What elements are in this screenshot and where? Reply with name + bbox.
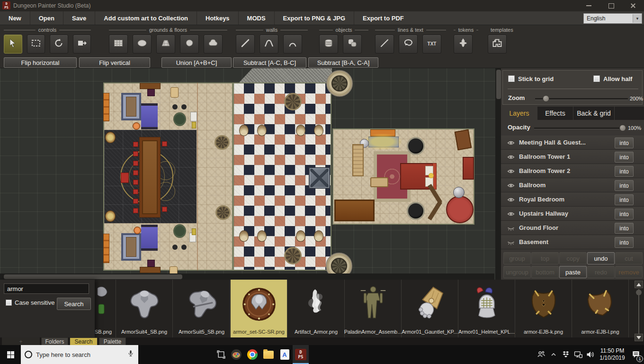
taskbar-app-paint[interactable] <box>228 345 244 364</box>
tool-token[interactable] <box>454 35 473 54</box>
menu-add-custom-art[interactable]: Add custom art to Collection <box>95 11 197 25</box>
tab-search[interactable]: Search <box>70 337 98 345</box>
taskbar-clock[interactable]: 11:50 PM 1/10/2019 <box>597 347 628 362</box>
eye-open-icon[interactable] <box>507 182 515 191</box>
opacity-slider-knob[interactable] <box>619 125 626 131</box>
layer-row[interactable]: Upstairs Hallway into <box>501 207 644 221</box>
tool-ground-cloud[interactable] <box>204 35 223 54</box>
asset-item[interactable]: armor-EJB-k.png <box>515 280 572 337</box>
into-button[interactable]: into <box>615 209 634 219</box>
tab-folders[interactable]: Folders <box>41 337 68 345</box>
taskbar-app-doc[interactable]: A <box>277 345 293 364</box>
layer-row[interactable]: Ballroom Tower 2 into <box>501 164 644 178</box>
asset-item[interactable]: armor-EJB-l.png <box>572 280 629 337</box>
flip-vertical-button[interactable]: Flip vertical <box>79 57 150 68</box>
eye-open-icon[interactable] <box>507 168 515 177</box>
tab-back-grid[interactable]: Back & grid <box>573 107 615 120</box>
layer-row[interactable]: Meeting Hall & Guest... into <box>501 136 644 150</box>
asset-item[interactable]: PaladinArmor_Assemb... <box>345 280 402 337</box>
tool-text[interactable]: TXT <box>422 35 441 54</box>
union-button[interactable]: Union [A+B+C] <box>161 57 232 68</box>
asset-vscroll-thumb[interactable] <box>636 290 642 295</box>
tool-ground-polygon[interactable] <box>156 35 175 54</box>
layer-row[interactable]: Basement into <box>501 235 644 249</box>
subtract-ac-bc-button[interactable]: Subtract [A-C, B-C] <box>233 57 306 68</box>
menu-mods[interactable]: MODS <box>238 11 274 25</box>
allow-half-checkbox[interactable] <box>593 75 600 82</box>
volume-icon[interactable] <box>584 345 597 364</box>
people-icon[interactable] <box>535 345 547 364</box>
task-view-button[interactable] <box>214 345 228 364</box>
paste-button[interactable]: paste <box>559 266 587 278</box>
close-button[interactable] <box>626 2 640 9</box>
taskbar-search-box[interactable]: Type here to search <box>21 345 138 364</box>
remove-button[interactable]: remove <box>615 266 643 278</box>
tool-lasso[interactable] <box>399 35 418 54</box>
tab-layers[interactable]: Layers <box>501 107 537 120</box>
tab-palette[interactable]: Palette <box>99 337 126 345</box>
into-button[interactable]: into <box>615 194 634 205</box>
tool-move[interactable] <box>73 35 91 54</box>
minimize-button[interactable] <box>581 2 596 9</box>
bottom-button[interactable]: bottom <box>531 266 559 278</box>
asset-search-input[interactable] <box>4 283 89 294</box>
canvas-vscroll-thumb[interactable] <box>496 70 501 99</box>
into-button[interactable]: into <box>615 223 634 234</box>
copy-button[interactable]: copy <box>559 252 587 264</box>
case-sensitive-checkbox[interactable] <box>6 300 12 306</box>
tool-marquee[interactable] <box>27 35 45 54</box>
into-button[interactable]: into <box>615 137 634 148</box>
canvas-hscroll-thumb[interactable] <box>4 274 182 279</box>
asset-item[interactable]: Armor01_Gauntlet_KP... <box>402 280 458 337</box>
tool-wall-polyline[interactable] <box>259 35 278 54</box>
maximize-button[interactable] <box>604 2 618 9</box>
action-center-button[interactable]: 1 <box>628 345 644 364</box>
layer-row[interactable]: Ballroom into <box>501 178 644 192</box>
into-button[interactable]: into <box>615 166 634 177</box>
asset-item-selected[interactable]: armor_set-SC-SR.png <box>231 280 287 337</box>
layer-row[interactable]: Ballroom Tower 1 into <box>501 150 644 164</box>
start-button[interactable] <box>0 345 21 364</box>
eye-open-icon[interactable] <box>507 196 515 205</box>
taskbar-app-chrome[interactable] <box>244 345 260 364</box>
map-canvas[interactable] <box>0 68 502 280</box>
layer-row[interactable]: Ground Floor into <box>501 221 644 235</box>
menu-new[interactable]: New <box>0 11 30 25</box>
eye-open-icon[interactable] <box>507 210 515 219</box>
dropbox-icon[interactable] <box>560 345 572 364</box>
scroll-down-button[interactable] <box>635 334 643 341</box>
tool-ground-ellipse[interactable] <box>133 35 152 54</box>
chevron-down-icon[interactable]: ▼ <box>633 14 642 23</box>
eye-open-icon[interactable] <box>507 154 515 163</box>
network-icon[interactable] <box>572 345 584 364</box>
stick-to-grid-checkbox[interactable] <box>508 75 515 82</box>
asset-item-partial[interactable]: SB.png <box>95 280 116 337</box>
into-button[interactable]: into <box>615 152 634 163</box>
asset-item[interactable]: Artifact_Armor.png <box>288 280 345 337</box>
tool-ground-rect[interactable] <box>109 35 128 54</box>
opacity-slider[interactable] <box>534 127 624 129</box>
tab-effects[interactable]: Effects <box>537 107 573 120</box>
tool-object-barrel[interactable] <box>319 35 338 54</box>
cut-button[interactable]: cut <box>615 252 643 264</box>
taskbar-app-dps-active[interactable]: D PS <box>293 345 309 364</box>
asset-item[interactable]: ArmorSuit4_SB.png <box>116 280 173 337</box>
menu-open[interactable]: Open <box>30 11 63 25</box>
eye-closed-icon[interactable] <box>507 225 515 234</box>
tool-rotate[interactable] <box>50 35 68 54</box>
eye-closed-icon[interactable] <box>507 239 515 248</box>
menu-save[interactable]: Save <box>63 11 95 25</box>
tool-select-cursor[interactable] <box>4 35 22 54</box>
tool-ground-blob[interactable] <box>180 35 199 54</box>
asset-vscrollbar[interactable] <box>635 281 643 342</box>
asset-item[interactable]: Armor01_Helmet_KPL... <box>458 280 515 337</box>
add-tab-button[interactable]: + <box>2 337 40 345</box>
ungroup-button[interactable]: ungroup <box>503 266 531 278</box>
chevron-up-icon[interactable] <box>547 345 560 364</box>
asset-item[interactable]: ArmorSuit5_SB.png <box>173 280 230 337</box>
into-button[interactable]: into <box>615 237 634 248</box>
tool-line[interactable] <box>375 35 394 54</box>
menu-export-png-jpg[interactable]: Export to PNG & JPG <box>274 11 354 25</box>
tool-wall-line[interactable] <box>236 35 255 54</box>
tool-object-shapes[interactable] <box>343 35 362 54</box>
